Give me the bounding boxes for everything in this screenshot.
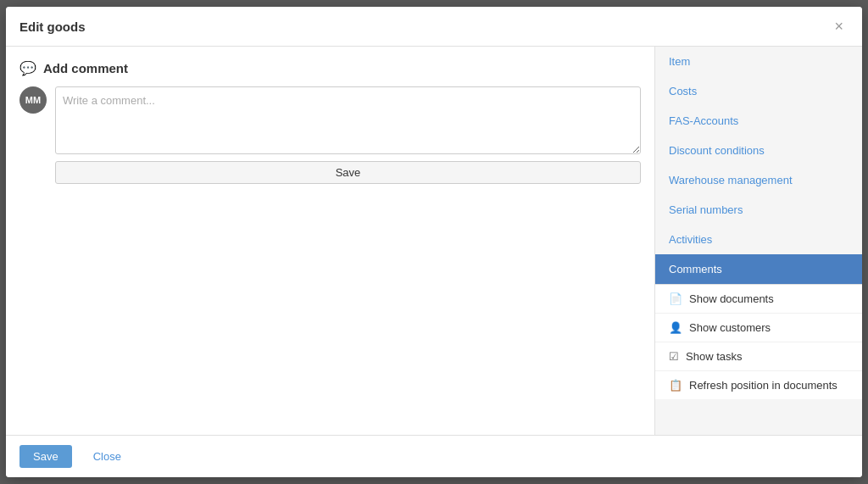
show-tasks-label: Show tasks [686, 350, 742, 363]
sidebar-nav-item-serial-numbers[interactable]: Serial numbers [655, 195, 862, 225]
avatar: MM [19, 86, 47, 114]
add-comment-header: 💬 Add comment [19, 60, 641, 76]
modal-close-button[interactable]: × [829, 17, 849, 36]
show-tasks-icon: ☑ [669, 350, 679, 363]
modal-title: Edit goods [19, 19, 86, 34]
footer-close-button[interactable]: Close [79, 444, 136, 469]
sidebar-sub-item-show-documents[interactable]: 📄Show documents [655, 285, 862, 314]
modal-backdrop: Edit goods × 💬 Add comment MM Save [0, 0, 868, 484]
sidebar-nav-item-activities[interactable]: Activities [655, 225, 862, 254]
modal-footer: Save Close [6, 435, 862, 477]
sidebar-nav-item-fas-accounts[interactable]: FAS-Accounts [655, 106, 862, 136]
save-comment-button[interactable]: Save [55, 161, 641, 184]
sidebar: ItemCostsFAS-AccountsDiscount conditions… [654, 47, 862, 435]
comment-textarea[interactable] [55, 86, 641, 154]
sidebar-sub-item-show-customers[interactable]: 👤Show customers [655, 314, 862, 342]
show-documents-label: Show documents [689, 292, 774, 305]
sidebar-sub-item-refresh-position[interactable]: 📋Refresh position in documents [655, 371, 862, 399]
sidebar-nav-item-comments[interactable]: Comments [655, 254, 862, 284]
comment-input-row: MM [19, 86, 641, 154]
sidebar-nav-item-warehouse-management[interactable]: Warehouse management [655, 165, 862, 195]
refresh-position-label: Refresh position in documents [689, 379, 837, 392]
modal-body: 💬 Add comment MM Save ItemCostsFAS-Accou… [6, 47, 862, 435]
modal: Edit goods × 💬 Add comment MM Save [6, 7, 862, 477]
sidebar-nav: ItemCostsFAS-AccountsDiscount conditions… [655, 47, 862, 284]
add-comment-title: Add comment [43, 61, 128, 75]
show-documents-icon: 📄 [669, 292, 682, 305]
sidebar-nav-item-costs[interactable]: Costs [655, 76, 862, 106]
sidebar-nav-item-item[interactable]: Item [655, 47, 862, 76]
sidebar-sub-items: 📄Show documents👤Show customers☑Show task… [655, 284, 862, 399]
show-customers-label: Show customers [689, 321, 771, 334]
footer-save-button[interactable]: Save [19, 445, 72, 468]
sidebar-nav-item-discount-conditions[interactable]: Discount conditions [655, 136, 862, 165]
comment-bubble-icon: 💬 [19, 60, 36, 76]
refresh-position-icon: 📋 [669, 379, 682, 392]
add-comment-section: 💬 Add comment MM Save [19, 60, 641, 184]
main-content: 💬 Add comment MM Save [6, 47, 654, 435]
show-customers-icon: 👤 [669, 321, 682, 334]
modal-header: Edit goods × [6, 7, 862, 47]
sidebar-sub-item-show-tasks[interactable]: ☑Show tasks [655, 342, 862, 371]
